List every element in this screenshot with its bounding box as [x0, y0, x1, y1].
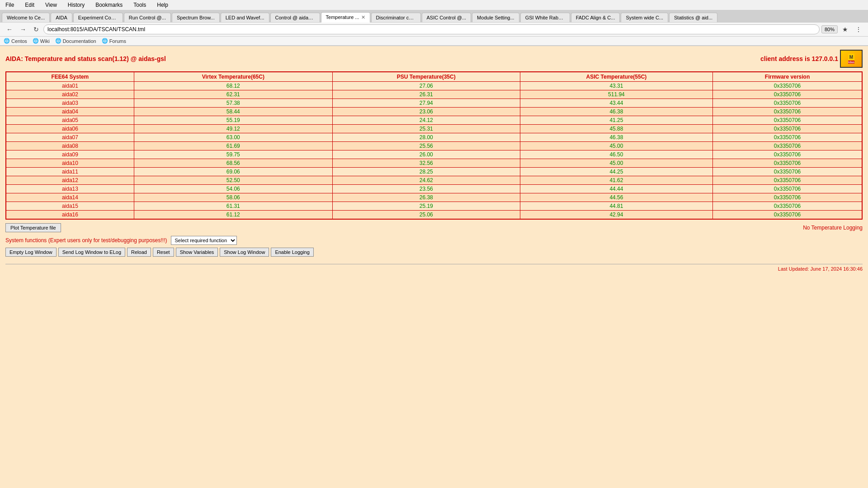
- cell-firmware: 0x3350706: [713, 142, 862, 150]
- cell-asic: 45.00: [520, 159, 712, 168]
- cell-system: aida01: [6, 82, 134, 90]
- tab-asic[interactable]: ASIC Control @...: [422, 13, 472, 22]
- cell-virtex: 54.06: [134, 185, 332, 193]
- send-log-button[interactable]: Send Log Window to ELog: [58, 248, 125, 257]
- cell-system: aida12: [6, 176, 134, 185]
- cell-psu: 32.56: [332, 159, 520, 168]
- cell-firmware: 0x3350706: [713, 185, 862, 193]
- table-row: aida02 62.31 26.31 511.94 0x3350706: [6, 90, 862, 99]
- forums-icon: 🌐: [102, 38, 108, 44]
- bookmark-forums[interactable]: 🌐 Forums: [102, 38, 126, 44]
- cell-virtex: 62.31: [134, 90, 332, 99]
- tab-welcome[interactable]: Welcome to Ce...: [2, 13, 50, 22]
- menu-help[interactable]: Help: [155, 1, 170, 9]
- page-content: AIDA: Temperature and status scan(1.12) …: [0, 46, 868, 275]
- reload-button-page[interactable]: Reload: [127, 248, 151, 257]
- tab-runcontrol[interactable]: Run Control @...: [124, 13, 171, 22]
- cell-system: aida16: [6, 211, 134, 220]
- tab-discriminator[interactable]: Discriminator co...: [371, 13, 421, 22]
- cell-firmware: 0x3350706: [713, 168, 862, 176]
- cell-system: aida06: [6, 125, 134, 133]
- cell-firmware: 0x3350706: [713, 159, 862, 168]
- menu-bar: File Edit View History Bookmarks Tools H…: [0, 0, 868, 10]
- cell-virtex: 68.12: [134, 82, 332, 90]
- cell-virtex: 58.44: [134, 108, 332, 116]
- cell-system: aida09: [6, 150, 134, 159]
- bookmark-star-button[interactable]: ★: [840, 25, 851, 34]
- table-row: aida16 61.12 25.06 42.94 0x3350706: [6, 211, 862, 220]
- cell-psu: 26.31: [332, 90, 520, 99]
- system-functions-label: System functions (Expert users only for …: [5, 237, 167, 244]
- table-row: aida10 68.56 32.56 45.00 0x3350706: [6, 159, 862, 168]
- select-function-dropdown[interactable]: Select required function: [171, 236, 237, 245]
- tab-spectrum[interactable]: Spectrum Brow...: [172, 13, 220, 22]
- page-title: AIDA: Temperature and status scan(1.12) …: [5, 55, 166, 62]
- reset-button[interactable]: Reset: [153, 248, 174, 257]
- no-logging-text: No Temperature Logging: [803, 225, 863, 231]
- plot-temperature-button[interactable]: Plot Temperature file: [5, 223, 61, 232]
- system-functions-row: System functions (Expert users only for …: [5, 236, 863, 245]
- col-header-system: FEE64 System: [6, 72, 134, 82]
- cell-system: aida03: [6, 99, 134, 108]
- bookmark-wiki[interactable]: 🌐 Wiki: [33, 38, 50, 44]
- zoom-level: 80%: [821, 25, 838, 33]
- bookmark-centos[interactable]: 🌐 Centos: [4, 38, 27, 44]
- table-row: aida08 61.69 25.56 45.00 0x3350706: [6, 142, 862, 150]
- cell-psu: 24.12: [332, 116, 520, 125]
- cell-psu: 25.19: [332, 202, 520, 211]
- tab-gsi[interactable]: GSI White Rabb...: [520, 13, 570, 22]
- temperature-table: FEE64 System Virtex Temperature(65C) PSU…: [5, 71, 863, 220]
- cell-system: aida04: [6, 108, 134, 116]
- tab-experiment[interactable]: Experiment Con...: [73, 13, 123, 22]
- show-variables-button[interactable]: Show Variables: [176, 248, 218, 257]
- cell-virtex: 61.12: [134, 211, 332, 220]
- tab-statistics[interactable]: Statistics @ aid...: [669, 13, 717, 22]
- cell-firmware: 0x3350706: [713, 82, 862, 90]
- cell-psu: 25.06: [332, 211, 520, 220]
- bookmark-documentation[interactable]: 🌐 Documentation: [55, 38, 96, 44]
- cell-firmware: 0x3350706: [713, 133, 862, 142]
- menu-button[interactable]: ⋮: [853, 25, 864, 34]
- cell-firmware: 0x3350706: [713, 125, 862, 133]
- cell-asic: 44.56: [520, 193, 712, 202]
- col-header-asic: ASIC Temperature(55C): [520, 72, 712, 82]
- menu-bookmarks[interactable]: Bookmarks: [94, 1, 124, 9]
- cell-virtex: 63.00: [134, 133, 332, 142]
- show-log-button[interactable]: Show Log Window: [220, 248, 269, 257]
- back-button[interactable]: ←: [4, 25, 15, 34]
- menu-history[interactable]: History: [66, 1, 86, 9]
- forward-button[interactable]: →: [17, 25, 29, 34]
- cell-system: aida11: [6, 168, 134, 176]
- tab-fadc[interactable]: FADC Align & C...: [571, 13, 620, 22]
- empty-log-button[interactable]: Empty Log Window: [5, 248, 57, 257]
- menu-tools[interactable]: Tools: [132, 1, 148, 9]
- cell-psu: 23.06: [332, 108, 520, 116]
- client-address: client address is 127.0.0.1: [760, 55, 838, 62]
- cell-firmware: 0x3350706: [713, 116, 862, 125]
- cell-psu: 24.62: [332, 176, 520, 185]
- cell-virtex: 68.56: [134, 159, 332, 168]
- cell-firmware: 0x3350706: [713, 150, 862, 159]
- table-row: aida01 68.12 27.06 43.31 0x3350706: [6, 82, 862, 90]
- menu-view[interactable]: View: [43, 1, 59, 9]
- enable-logging-button[interactable]: Enable Logging: [271, 248, 313, 257]
- tab-aida[interactable]: AIDA: [51, 13, 72, 22]
- tab-module[interactable]: Module Setting...: [472, 13, 519, 22]
- tab-temperature[interactable]: Temperature ...✕: [321, 12, 370, 23]
- tab-systemwide[interactable]: System wide C...: [621, 13, 668, 22]
- menu-edit[interactable]: Edit: [23, 1, 36, 9]
- cell-asic: 45.00: [520, 142, 712, 150]
- col-header-virtex: Virtex Temperature(65C): [134, 72, 332, 82]
- cell-asic: 42.94: [520, 211, 712, 220]
- table-row: aida14 58.06 26.38 44.56 0x3350706: [6, 193, 862, 202]
- cell-asic: 44.25: [520, 168, 712, 176]
- tab-control[interactable]: Control @ aidas...: [270, 13, 320, 22]
- cell-asic: 46.50: [520, 150, 712, 159]
- url-bar[interactable]: [43, 24, 820, 34]
- reload-button[interactable]: ↻: [31, 25, 42, 34]
- menu-file[interactable]: File: [4, 1, 16, 9]
- cell-system: aida05: [6, 116, 134, 125]
- cell-virtex: 59.75: [134, 150, 332, 159]
- tab-led[interactable]: LED and Wavef...: [221, 13, 269, 22]
- table-row: aida06 49.12 25.31 45.88 0x3350706: [6, 125, 862, 133]
